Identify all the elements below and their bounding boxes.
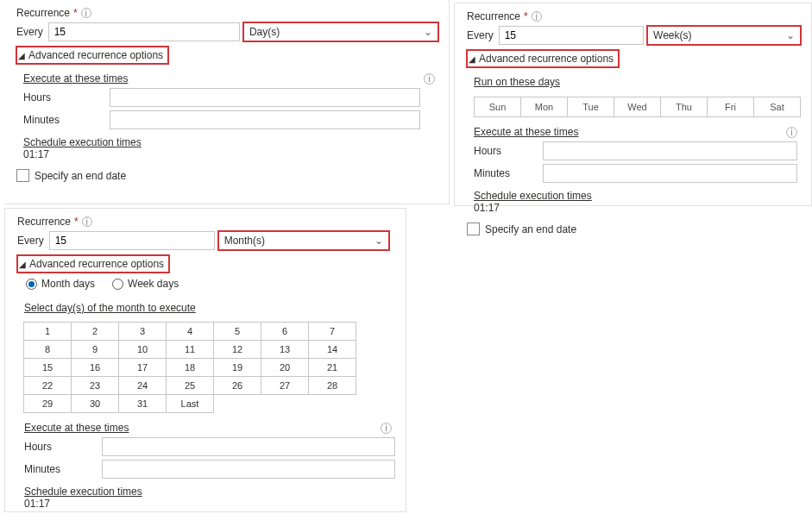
info-icon[interactable]: i — [532, 11, 542, 22]
unit-select-label: Week(s) — [653, 29, 691, 41]
calendar-day[interactable]: 11 — [166, 340, 214, 359]
unit-select-week[interactable]: Week(s) ⌄ — [647, 26, 801, 45]
schedule-label: Schedule execution times — [474, 190, 801, 202]
end-date-row[interactable]: Specify an end date — [467, 223, 801, 235]
calendar-day[interactable]: 13 — [261, 340, 309, 359]
calendar-day[interactable]: 19 — [213, 358, 261, 377]
calendar-day[interactable]: 20 — [261, 358, 309, 377]
calendar-day[interactable]: 7 — [308, 322, 356, 341]
calendar-day[interactable]: 22 — [23, 376, 72, 395]
hours-row: Hours — [23, 88, 438, 107]
chevron-down-icon: ⌄ — [375, 235, 383, 247]
execute-times-label: Execute at these times — [24, 422, 129, 434]
hours-input[interactable] — [102, 437, 395, 456]
calendar-day[interactable]: 27 — [261, 376, 309, 395]
calendar-day[interactable]: 12 — [213, 340, 261, 359]
minutes-input[interactable] — [543, 164, 797, 183]
execute-times-header: Execute at these times i — [474, 126, 797, 138]
hours-input[interactable] — [110, 88, 420, 107]
info-icon[interactable]: i — [786, 127, 797, 138]
every-row: Every Week(s) ⌄ — [467, 26, 801, 45]
end-date-checkbox[interactable] — [467, 223, 480, 235]
calendar-empty — [261, 394, 309, 413]
info-icon[interactable]: i — [424, 73, 435, 85]
advanced-options-toggle[interactable]: ◢ Advanced recurrence options — [16, 47, 168, 64]
minutes-input[interactable] — [110, 110, 420, 129]
calendar-day[interactable]: 31 — [118, 394, 167, 413]
advanced-options-label: Advanced recurrence options — [29, 258, 164, 270]
recurrence-panel-month: Recurrence * i Every Month(s) ⌄ ◢ Advanc… — [4, 208, 406, 512]
caret-icon: ◢ — [19, 260, 26, 269]
calendar-day[interactable]: 16 — [71, 358, 119, 377]
calendar-day[interactable]: 15 — [23, 358, 72, 377]
recurrence-header: Recurrence * i — [467, 10, 801, 22]
every-label: Every — [17, 235, 44, 247]
hours-row: Hours — [24, 437, 395, 456]
calendar-day[interactable]: 23 — [71, 376, 119, 395]
unit-select-label: Day(s) — [249, 26, 280, 38]
day-button-wed[interactable]: Wed — [614, 97, 661, 117]
calendar-day[interactable]: 4 — [166, 322, 214, 341]
every-input[interactable] — [48, 22, 240, 41]
hours-row: Hours — [474, 141, 801, 160]
advanced-options-toggle[interactable]: ◢ Advanced recurrence options — [467, 50, 619, 67]
end-date-row[interactable]: Specify an end date — [16, 169, 438, 182]
advanced-options-toggle[interactable]: ◢ Advanced recurrence options — [17, 255, 169, 273]
month-calendar: 1234567891011121314151617181920212223242… — [24, 323, 395, 413]
end-date-checkbox[interactable] — [16, 169, 29, 182]
schedule-time: 01:17 — [24, 498, 395, 510]
calendar-day[interactable]: 9 — [71, 340, 119, 359]
required-mark: * — [524, 10, 528, 22]
calendar-day[interactable]: 28 — [308, 376, 356, 395]
hours-input[interactable] — [543, 141, 797, 160]
calendar-day[interactable]: 10 — [118, 340, 167, 359]
calendar-day[interactable]: 25 — [166, 376, 214, 395]
radio-month-days[interactable]: Month days — [26, 278, 95, 290]
radio-label: Week days — [128, 278, 179, 290]
calendar-day[interactable]: 30 — [71, 394, 119, 413]
chevron-down-icon: ⌄ — [786, 29, 795, 41]
day-button-sat[interactable]: Sat — [754, 97, 801, 117]
calendar-day[interactable]: 24 — [118, 376, 167, 395]
minutes-row: Minutes — [23, 110, 438, 129]
calendar-day[interactable]: 8 — [23, 340, 72, 359]
calendar-day[interactable]: 6 — [261, 322, 309, 341]
calendar-day[interactable]: 18 — [166, 358, 214, 377]
unit-select-day[interactable]: Day(s) ⌄ — [243, 22, 438, 41]
calendar-day[interactable]: 3 — [118, 322, 167, 341]
calendar-day[interactable]: Last — [166, 394, 214, 413]
info-icon[interactable]: i — [381, 423, 392, 434]
chevron-down-icon: ⌄ — [424, 26, 432, 38]
unit-select-month[interactable]: Month(s) ⌄ — [218, 231, 389, 250]
calendar-day[interactable]: 5 — [213, 322, 261, 341]
required-mark: * — [74, 216, 79, 228]
day-button-fri[interactable]: Fri — [708, 97, 754, 117]
recurrence-header: Recurrence * i — [17, 216, 395, 228]
every-input[interactable] — [499, 26, 644, 45]
minutes-label: Minutes — [24, 463, 102, 475]
required-mark: * — [73, 7, 78, 19]
day-button-mon[interactable]: Mon — [521, 97, 568, 117]
calendar-day[interactable]: 29 — [23, 394, 72, 413]
every-row: Every Day(s) ⌄ — [16, 22, 438, 41]
calendar-day[interactable]: 26 — [213, 376, 261, 395]
calendar-day[interactable]: 2 — [71, 322, 119, 341]
day-button-thu[interactable]: Thu — [661, 97, 708, 117]
day-button-tue[interactable]: Tue — [568, 97, 614, 117]
every-input[interactable] — [49, 231, 215, 250]
minutes-input[interactable] — [102, 460, 395, 479]
info-icon[interactable]: i — [82, 216, 92, 227]
calendar-day[interactable]: 14 — [308, 340, 356, 359]
every-row: Every Month(s) ⌄ — [17, 231, 395, 250]
execute-times-header: Execute at these times i — [23, 72, 435, 85]
calendar-day[interactable]: 1 — [23, 322, 72, 341]
day-button-sun[interactable]: Sun — [474, 97, 521, 117]
info-icon[interactable]: i — [81, 8, 91, 18]
calendar-day[interactable]: 17 — [118, 358, 167, 377]
week-days-row: SunMonTueWedThuFriSat — [474, 97, 801, 117]
radio-week-days[interactable]: Week days — [112, 278, 179, 290]
execute-times-header: Execute at these times i — [24, 422, 392, 434]
recurrence-label: Recurrence — [467, 10, 520, 22]
radio-label: Month days — [41, 278, 95, 290]
calendar-day[interactable]: 21 — [308, 358, 356, 377]
